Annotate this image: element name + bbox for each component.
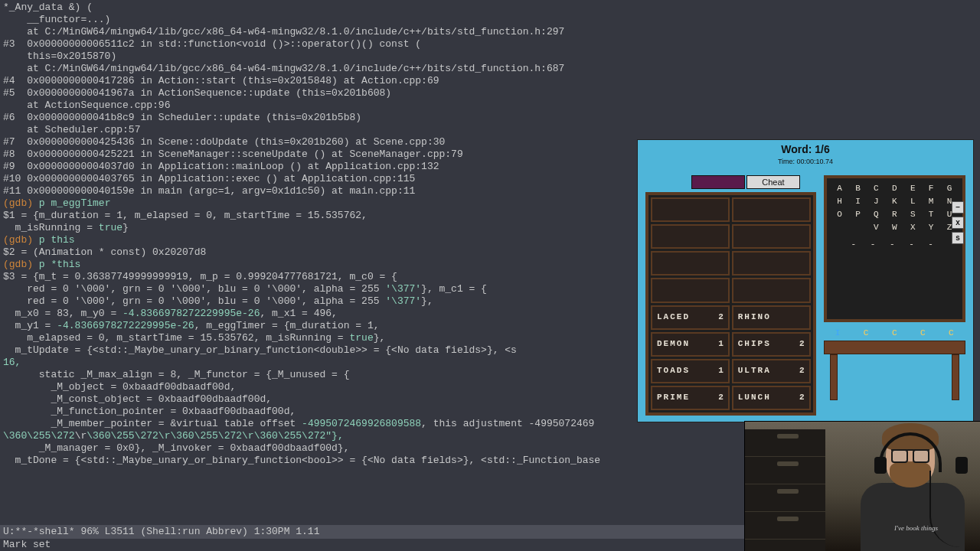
- letter-e[interactable]: E: [906, 184, 920, 193]
- letter-x[interactable]: X: [906, 223, 920, 232]
- word-slot[interactable]: ULTRA2: [732, 359, 811, 383]
- word-slot[interactable]: [732, 278, 811, 302]
- file-cabinet: [745, 429, 825, 551]
- word-slot[interactable]: [732, 197, 811, 222]
- desk-letter: C: [949, 328, 954, 337]
- letter-p[interactable]: P: [851, 210, 864, 219]
- game-header: Word: 1/6 Time: 00:00:10.74: [638, 140, 973, 169]
- letter-v[interactable]: V: [869, 223, 883, 232]
- tab-cheat[interactable]: Cheat: [746, 175, 800, 189]
- desk-letter: C: [920, 328, 926, 337]
- word-slot[interactable]: [651, 224, 730, 249]
- word-slot[interactable]: CHIPS2: [732, 332, 811, 357]
- letter-b[interactable]: B: [851, 184, 864, 193]
- letter-a[interactable]: A: [833, 184, 847, 193]
- word-slot[interactable]: DEMON1: [651, 332, 730, 357]
- letter-m[interactable]: M: [924, 197, 938, 206]
- letter-r[interactable]: R: [887, 210, 901, 219]
- letter-y[interactable]: Y: [924, 223, 938, 232]
- letter-h[interactable]: H: [833, 197, 847, 206]
- word-blanks: - - - - -: [833, 240, 956, 249]
- word-slot[interactable]: LACED2: [651, 305, 730, 330]
- letter-w[interactable]: W: [887, 223, 901, 232]
- word-slot[interactable]: [651, 251, 730, 276]
- letter-o[interactable]: O: [833, 210, 847, 219]
- tab-purple[interactable]: [691, 175, 745, 189]
- word-game-window[interactable]: Word: 1/6 Time: 00:00:10.74 Cheat LACED2…: [637, 139, 974, 422]
- panel-btn-x[interactable]: x: [952, 217, 964, 229]
- alphabet-panel: ABCDEFGHIJKLMNOPQRSTUVWXYZ - - - - - –xs: [824, 175, 965, 322]
- game-timer: Time: 00:00:10.74: [638, 155, 973, 168]
- word-counter: Word: 1/6: [638, 143, 973, 155]
- word-board: LACED2RHINODEMON1CHIPS2TOADS1ULTRA2PRIME…: [645, 192, 816, 416]
- letter-j[interactable]: J: [869, 197, 883, 206]
- word-slot[interactable]: [651, 197, 730, 222]
- word-slot[interactable]: PRIME2: [651, 386, 730, 410]
- letter-g[interactable]: G: [942, 184, 956, 193]
- letter-t[interactable]: T: [924, 210, 938, 219]
- letter-f[interactable]: F: [924, 184, 938, 193]
- letter-l[interactable]: L: [906, 197, 920, 206]
- word-slot[interactable]: [732, 224, 811, 249]
- word-slot[interactable]: LUNCH2: [732, 386, 811, 410]
- letter-i[interactable]: I: [851, 197, 864, 206]
- desk-letter: C: [892, 328, 897, 337]
- webcam-overlay: I've book things: [744, 421, 980, 551]
- word-slot[interactable]: RHINO: [732, 305, 811, 330]
- desk-graphic: ICCCC: [824, 327, 965, 416]
- desk-letter: I: [835, 328, 841, 337]
- streamer-figure: I've book things: [851, 426, 966, 551]
- desk-letter: C: [864, 328, 869, 337]
- word-slot[interactable]: TOADS1: [651, 359, 730, 383]
- letter-c[interactable]: C: [869, 184, 883, 193]
- letter-q[interactable]: Q: [869, 210, 883, 219]
- panel-btn-–[interactable]: –: [952, 201, 964, 214]
- letter-k[interactable]: K: [887, 197, 901, 206]
- letter-d[interactable]: D: [887, 184, 901, 193]
- letter-s[interactable]: S: [906, 210, 920, 219]
- word-slot[interactable]: [732, 251, 811, 276]
- word-slot[interactable]: [651, 278, 730, 302]
- panel-btn-s[interactable]: s: [952, 232, 964, 244]
